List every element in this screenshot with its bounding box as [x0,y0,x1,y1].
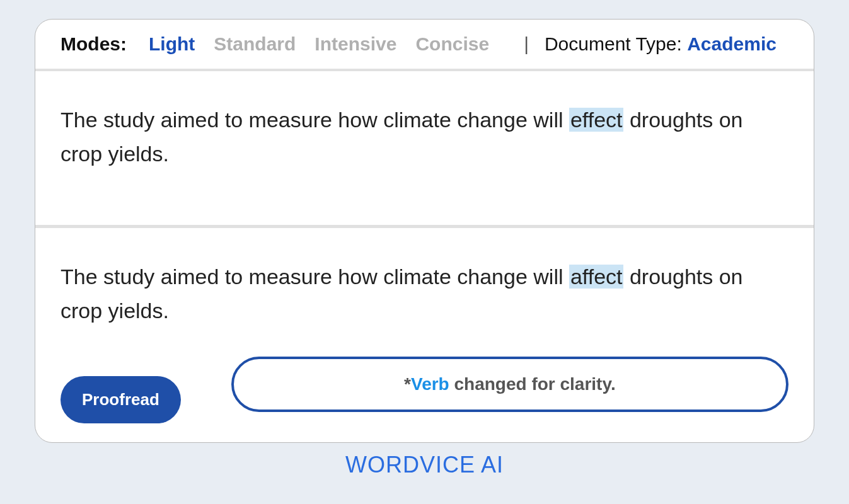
original-pre: The study aimed to measure how climate c… [61,108,569,132]
editor-card: Modes: Light Standard Intensive Concise … [35,19,814,443]
brand-logo: WORDVICE AI [35,452,814,478]
mode-concise[interactable]: Concise [415,33,489,55]
proofread-button[interactable]: Proofread [61,376,181,423]
doctype-label: Document Type: [545,33,687,54]
modes-label: Modes: [61,33,127,55]
revised-text-pane: The study aimed to measure how climate c… [35,228,814,443]
explanation-pill: *Verb changed for clarity. [231,357,788,413]
revised-pre: The study aimed to measure how climate c… [61,265,569,289]
doctype-value[interactable]: Academic [687,33,777,54]
toolbar-divider: | [524,33,529,55]
doctype: Document Type: Academic [545,33,777,55]
explanation-term: Verb [411,374,449,394]
revised-highlight: affect [569,265,624,289]
mode-intensive[interactable]: Intensive [315,33,396,55]
original-highlight: effect [569,108,624,132]
bottom-row: Proofread *Verb changed for clarity. [61,357,788,424]
revised-text: The study aimed to measure how climate c… [61,260,788,328]
toolbar: Modes: Light Standard Intensive Concise … [35,20,814,71]
original-text-pane[interactable]: The study aimed to measure how climate c… [35,71,814,228]
explanation-rest: changed for clarity. [449,374,616,394]
mode-light[interactable]: Light [149,33,195,55]
explanation-asterisk: * [404,374,411,394]
mode-standard[interactable]: Standard [214,33,296,55]
